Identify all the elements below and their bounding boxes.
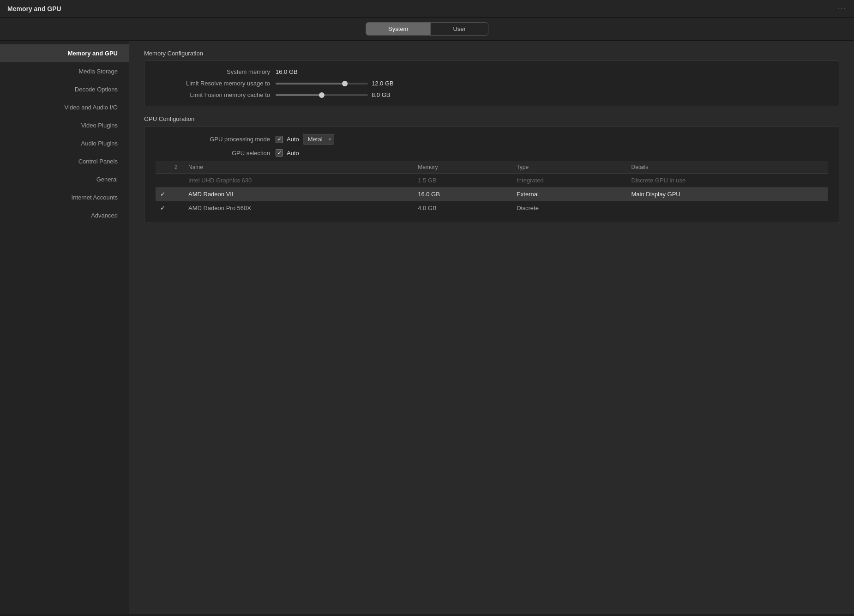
sidebar-item-video-audio-io[interactable]: Video and Audio I/O: [0, 98, 129, 116]
gpu-row-type: Discrete: [512, 201, 626, 215]
gpu-row-memory: 4.0 GB: [413, 201, 512, 215]
content-area: Memory Configuration System memory 16.0 …: [129, 41, 854, 614]
sidebar: Memory and GPU Media Storage Decode Opti…: [0, 41, 129, 614]
gpu-row-check[interactable]: ✓: [156, 201, 170, 215]
title-bar: Memory and GPU ···: [0, 0, 854, 18]
sidebar-item-control-panels[interactable]: Control Panels: [0, 152, 129, 170]
gpu-row-name: AMD Radeon VII: [184, 187, 413, 201]
table-header-row: 2 Name Memory Type Details: [156, 161, 828, 174]
limit-resolve-row: Limit Resolve memory usage to 12.0 GB: [156, 80, 828, 87]
tab-user[interactable]: User: [430, 23, 487, 35]
memory-config-box: System memory 16.0 GB Limit Resolve memo…: [144, 60, 839, 106]
table-row[interactable]: ✓AMD Radeon VII16.0 GBExternalMain Displ…: [156, 187, 828, 201]
table-row[interactable]: Intel UHD Graphics 6301.5 GBIntegratedDi…: [156, 174, 828, 187]
sidebar-item-advanced[interactable]: Advanced: [0, 206, 129, 224]
limit-fusion-thumb[interactable]: [319, 92, 325, 98]
col-memory: Memory: [413, 161, 512, 174]
sidebar-item-memory-gpu[interactable]: Memory and GPU: [0, 44, 129, 62]
gpu-row-name: Intel UHD Graphics 630: [184, 174, 413, 187]
gpu-processing-checkbox[interactable]: ✓: [276, 136, 283, 143]
limit-resolve-value: 12.0 GB: [372, 80, 394, 87]
gpu-row-memory: 16.0 GB: [413, 187, 512, 201]
gpu-row-type: Integrated: [512, 174, 626, 187]
gpu-config-box: GPU processing mode ✓ Auto Metal ▾ GPU s…: [144, 126, 839, 223]
gpu-row-check[interactable]: ✓: [156, 187, 170, 201]
sidebar-item-media-storage[interactable]: Media Storage: [0, 62, 129, 80]
limit-fusion-value: 8.0 GB: [372, 91, 390, 98]
gpu-selection-auto: Auto: [287, 150, 299, 157]
sidebar-item-audio-plugins[interactable]: Audio Plugins: [0, 134, 129, 152]
limit-resolve-slider-container: 12.0 GB: [276, 80, 394, 87]
tab-group: System User: [366, 22, 488, 36]
limit-resolve-label: Limit Resolve memory usage to: [156, 80, 276, 87]
dropdown-arrow-icon: ▾: [329, 137, 331, 142]
col-details: Details: [627, 161, 828, 174]
system-memory-value: 16.0 GB: [276, 68, 298, 75]
col-type: Type: [512, 161, 626, 174]
memory-config-title: Memory Configuration: [144, 50, 839, 57]
gpu-processing-row: GPU processing mode ✓ Auto Metal ▾: [156, 134, 828, 145]
gpu-selection-checkbox[interactable]: ✓: [276, 149, 283, 157]
gpu-row-details: Discrete GPU in use: [627, 174, 828, 187]
col-check: [156, 161, 170, 174]
system-memory-label: System memory: [156, 68, 276, 75]
sidebar-item-video-plugins[interactable]: Video Plugins: [0, 116, 129, 134]
sidebar-item-decode-options[interactable]: Decode Options: [0, 80, 129, 98]
limit-fusion-fill: [276, 94, 322, 96]
tabs-row: System User: [0, 18, 854, 41]
gpu-processing-auto: Auto: [287, 136, 299, 143]
limit-resolve-track[interactable]: [276, 83, 368, 85]
system-memory-row: System memory 16.0 GB: [156, 68, 828, 75]
main-layout: Memory and GPU Media Storage Decode Opti…: [0, 41, 854, 614]
gpu-processing-label: GPU processing mode: [156, 136, 276, 143]
metal-dropdown[interactable]: Metal ▾: [303, 134, 334, 145]
gpu-row-type: External: [512, 187, 626, 201]
limit-resolve-fill: [276, 83, 345, 85]
gpu-row-num: [170, 174, 184, 187]
gpu-selection-label: GPU selection: [156, 150, 276, 157]
gpu-row-num: [170, 187, 184, 201]
sidebar-item-general[interactable]: General: [0, 170, 129, 188]
window-menu-icon[interactable]: ···: [838, 5, 847, 13]
tab-system[interactable]: System: [366, 23, 430, 35]
gpu-row-num: [170, 201, 184, 215]
gpu-row-name: AMD Radeon Pro 560X: [184, 201, 413, 215]
gpu-selection-row: GPU selection ✓ Auto: [156, 149, 828, 157]
gpu-row-memory: 1.5 GB: [413, 174, 512, 187]
gpu-row-details: Main Display GPU: [627, 187, 828, 201]
col-name: Name: [184, 161, 413, 174]
limit-fusion-track[interactable]: [276, 94, 368, 96]
gpu-row-details: [627, 201, 828, 215]
sidebar-item-internet-accounts[interactable]: Internet Accounts: [0, 188, 129, 206]
window-title: Memory and GPU: [7, 5, 61, 12]
limit-resolve-thumb[interactable]: [342, 81, 348, 86]
gpu-table: 2 Name Memory Type Details Intel UHD Gra…: [156, 161, 828, 215]
limit-fusion-slider-container: 8.0 GB: [276, 91, 390, 98]
col-num: 2: [170, 161, 184, 174]
limit-fusion-row: Limit Fusion memory cache to 8.0 GB: [156, 91, 828, 98]
table-row[interactable]: ✓AMD Radeon Pro 560X4.0 GBDiscrete: [156, 201, 828, 215]
gpu-config-title: GPU Configuration: [144, 115, 839, 122]
limit-fusion-label: Limit Fusion memory cache to: [156, 91, 276, 98]
gpu-row-check[interactable]: [156, 174, 170, 187]
